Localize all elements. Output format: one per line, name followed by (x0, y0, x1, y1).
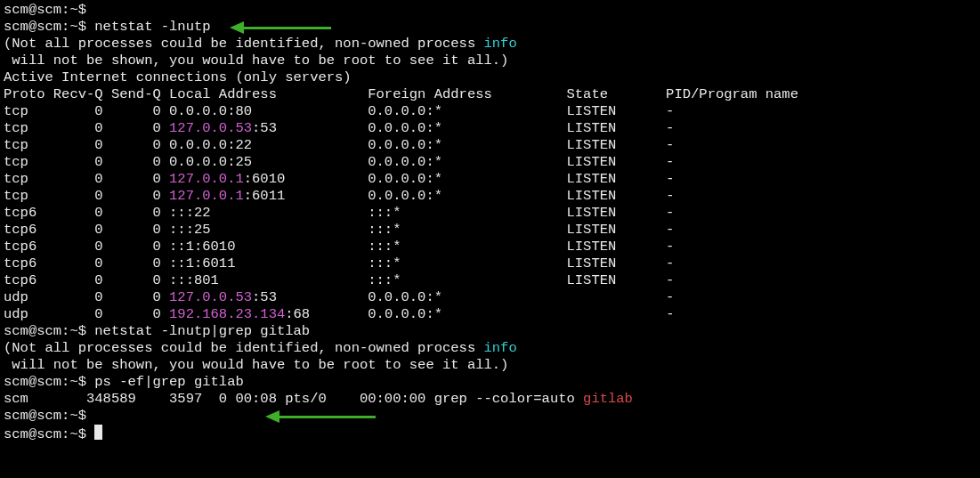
info-keyword: info (484, 340, 517, 356)
message-line: will not be shown, you would have to be … (4, 357, 976, 374)
command-line: scm@scm:~$ netstat -lnutp|grep gitlab (4, 323, 976, 340)
table-row: tcp 0 0 127.0.0.1:6010 0.0.0.0:* LISTEN … (4, 171, 976, 188)
info-keyword: info (484, 36, 517, 52)
table-row: tcp 0 0 127.0.0.1:6011 0.0.0.0:* LISTEN … (4, 188, 976, 205)
table-header: Proto Recv-Q Send-Q Local Address Foreig… (4, 86, 976, 103)
table-row: udp 0 0 192.168.23.134:68 0.0.0.0:* - (4, 306, 976, 323)
table-row: udp 0 0 127.0.0.53:53 0.0.0.0:* - (4, 289, 976, 306)
message-line: (Not all processes could be identified, … (4, 36, 976, 53)
prompt-line: scm@scm:~$ (4, 2, 976, 19)
ip-address: 127.0.0.1 (169, 171, 244, 187)
prompt-line: scm@scm:~$ (4, 408, 976, 425)
table-row: tcp6 0 0 ::1:6011 :::* LISTEN - (4, 255, 976, 272)
table-row: tcp 0 0 0.0.0.0:22 0.0.0.0:* LISTEN - (4, 137, 976, 154)
message-line: (Not all processes could be identified, … (4, 340, 976, 357)
prompt: scm@scm:~$ (4, 19, 86, 35)
table-row: tcp6 0 0 :::25 :::* LISTEN - (4, 222, 976, 239)
command-text: ps -ef|grep gitlab (86, 374, 244, 390)
table-row: tcp6 0 0 ::1:6010 :::* LISTEN - (4, 239, 976, 255)
prompt: scm@scm:~$ (4, 2, 86, 18)
command-text: netstat -lnutp|grep gitlab (86, 323, 310, 339)
ip-address: 192.168.23.134 (169, 306, 285, 322)
command-line: scm@scm:~$ netstat -lnutp (4, 19, 976, 36)
ip-address: 127.0.0.53 (169, 120, 252, 136)
prompt: scm@scm:~$ (4, 426, 86, 442)
prompt: scm@scm:~$ (4, 408, 86, 424)
table-row: tcp 0 0 0.0.0.0:80 0.0.0.0:* LISTEN - (4, 103, 976, 120)
command-text: netstat -lnutp (86, 19, 211, 35)
grep-match: gitlab (583, 391, 633, 407)
message-line: will not be shown, you would have to be … (4, 53, 976, 69)
ip-address: 127.0.0.53 (169, 289, 252, 305)
cursor (94, 425, 102, 440)
table-row: tcp6 0 0 :::22 :::* LISTEN - (4, 205, 976, 222)
header-line: Active Internet connections (only server… (4, 69, 976, 86)
table-row: tcp 0 0 0.0.0.0:25 0.0.0.0:* LISTEN - (4, 154, 976, 171)
table-row: tcp6 0 0 :::801 :::* LISTEN - (4, 272, 976, 289)
prompt-line: scm@scm:~$ (4, 425, 976, 443)
ps-output-line: scm 348589 3597 0 00:08 pts/0 00:00:00 g… (4, 391, 976, 408)
prompt: scm@scm:~$ (4, 374, 86, 390)
command-line: scm@scm:~$ ps -ef|grep gitlab (4, 374, 976, 391)
terminal-output[interactable]: scm@scm:~$scm@scm:~$ netstat -lnutp(Not … (4, 2, 976, 443)
table-row: tcp 0 0 127.0.0.53:53 0.0.0.0:* LISTEN - (4, 120, 976, 137)
ip-address: 127.0.0.1 (169, 188, 244, 204)
prompt: scm@scm:~$ (4, 323, 86, 339)
